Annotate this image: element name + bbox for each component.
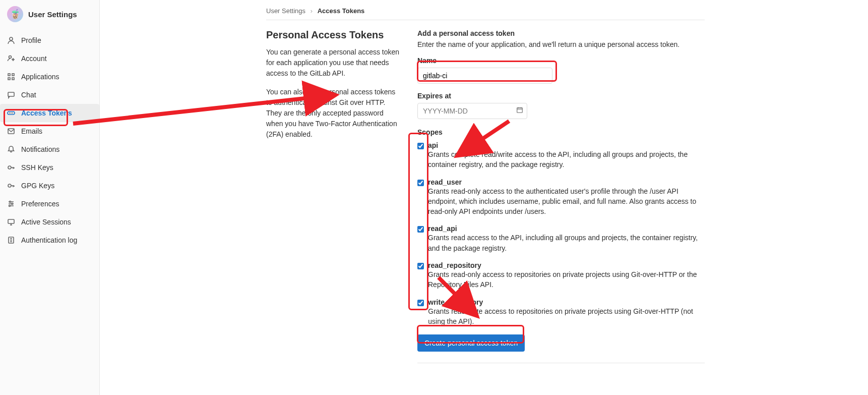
create-token-button[interactable]: Create personal access token: [417, 334, 525, 352]
svg-point-17: [9, 205, 11, 207]
scope-desc: Grants read-only access to repositories …: [428, 269, 705, 290]
svg-point-1: [9, 56, 12, 59]
name-label: Name: [417, 57, 705, 65]
svg-point-10: [11, 112, 12, 114]
sidebar-item-active-sessions[interactable]: Active Sessions: [0, 213, 99, 231]
svg-point-13: [8, 166, 11, 169]
scope-read_user-checkbox[interactable]: [417, 179, 424, 187]
applications-icon: [7, 73, 15, 81]
divider: [417, 363, 705, 363]
scope-read_api-checkbox[interactable]: [417, 225, 424, 233]
svg-rect-7: [8, 92, 14, 96]
calendar-icon[interactable]: [516, 106, 523, 115]
sidebar-item-label: GPG Keys: [21, 182, 54, 190]
scope-read_repository-checkbox[interactable]: [417, 262, 424, 270]
profile-icon: [7, 36, 15, 44]
chat-icon: [7, 91, 15, 99]
svg-rect-18: [8, 219, 14, 223]
scope-label: write_repository: [428, 298, 705, 306]
breadcrumb-parent[interactable]: User Settings: [266, 7, 305, 15]
sidebar-item-chat[interactable]: Chat: [0, 86, 99, 104]
form-subheading: Enter the name of your application, and …: [417, 40, 705, 48]
sidebar-item-emails[interactable]: Emails: [0, 122, 99, 140]
svg-point-0: [10, 37, 13, 40]
scope-api: apiGrants complete read/write access to …: [417, 141, 705, 170]
divider: [266, 20, 705, 20]
scope-desc: Grants read-only access to the authentic…: [428, 186, 705, 217]
breadcrumb: User Settings › Access Tokens: [266, 7, 705, 15]
intro-paragraph-2: You can also use personal access tokens …: [266, 87, 402, 140]
scope-read_user: read_userGrants read-only access to the …: [417, 178, 705, 217]
intro-column: Personal Access Tokens You can generate …: [266, 29, 402, 372]
scope-desc: Grants read access to the API, including…: [428, 233, 705, 253]
sidebar-item-applications[interactable]: Applications: [0, 68, 99, 86]
svg-point-11: [12, 112, 13, 114]
scope-label: read_repository: [428, 261, 705, 269]
scope-label: read_api: [428, 224, 705, 233]
sidebar-item-notifications[interactable]: Notifications: [0, 140, 99, 158]
scope-label: api: [428, 141, 705, 149]
sidebar: 🧋 User Settings ProfileAccountApplicatio…: [0, 0, 100, 395]
svg-point-9: [9, 112, 10, 114]
scope-read_repository: read_repositoryGrants read-only access t…: [417, 261, 705, 290]
sidebar-item-account[interactable]: Account: [0, 49, 99, 68]
scope-read_api: read_apiGrants read access to the API, i…: [417, 224, 705, 253]
sidebar-nav: ProfileAccountApplicationsChatAccess Tok…: [0, 28, 99, 249]
sidebar-item-label: Chat: [21, 91, 36, 99]
sidebar-item-authentication-log[interactable]: Authentication log: [0, 231, 99, 249]
form-column: Add a personal access token Enter the na…: [417, 29, 705, 372]
scopes-list: apiGrants complete read/write access to …: [417, 141, 705, 326]
scope-write_repository: write_repositoryGrants read-write access…: [417, 298, 705, 327]
scope-api-checkbox[interactable]: [417, 142, 424, 150]
sidebar-header: 🧋 User Settings: [0, 0, 99, 28]
log-icon: [7, 236, 15, 244]
sidebar-item-label: Authentication log: [21, 236, 77, 244]
scope-label: read_user: [428, 178, 705, 186]
sidebar-item-preferences[interactable]: Preferences: [0, 195, 99, 213]
notif-icon: [7, 145, 15, 153]
prefs-icon: [7, 200, 15, 208]
key-icon: [7, 182, 15, 190]
email-icon: [7, 127, 15, 135]
form-heading: Add a personal access token: [417, 29, 705, 37]
svg-rect-3: [8, 74, 10, 76]
svg-rect-6: [12, 78, 14, 80]
scope-desc: Grants complete read/write access to the…: [428, 149, 705, 170]
content: User Settings › Access Tokens Personal A…: [100, 0, 868, 395]
svg-rect-5: [8, 78, 10, 80]
svg-rect-4: [12, 74, 14, 76]
key-icon: [7, 163, 15, 172]
sidebar-item-label: Active Sessions: [21, 218, 71, 226]
svg-point-16: [12, 203, 13, 205]
intro-paragraph-1: You can generate a personal access token…: [266, 47, 402, 79]
token-icon: [7, 109, 15, 117]
svg-rect-23: [517, 108, 523, 113]
scopes-label: Scopes: [417, 128, 705, 136]
breadcrumb-current: Access Tokens: [318, 7, 365, 15]
sidebar-item-label: Profile: [21, 36, 41, 44]
sidebar-item-access-tokens[interactable]: Access Tokens: [0, 104, 99, 122]
name-input[interactable]: [417, 68, 552, 84]
scope-desc: Grants read-write access to repositories…: [428, 306, 705, 327]
monitor-icon: [7, 218, 15, 226]
chevron-right-icon: ›: [311, 7, 313, 15]
expires-label: Expires at: [417, 92, 705, 100]
sidebar-item-gpg-keys[interactable]: GPG Keys: [0, 177, 99, 195]
sidebar-item-label: Account: [21, 54, 47, 63]
svg-point-2: [12, 59, 14, 61]
sidebar-item-label: Applications: [21, 73, 59, 81]
sidebar-item-label: SSH Keys: [21, 163, 53, 172]
expires-input[interactable]: [417, 103, 527, 119]
sidebar-item-label: Emails: [21, 127, 42, 135]
sidebar-item-label: Notifications: [21, 145, 59, 153]
svg-point-14: [8, 184, 11, 187]
sidebar-item-ssh-keys[interactable]: SSH Keys: [0, 158, 99, 177]
sidebar-item-profile[interactable]: Profile: [0, 31, 99, 49]
sidebar-item-label: Preferences: [21, 200, 59, 208]
sidebar-title: User Settings: [28, 10, 77, 19]
svg-point-15: [10, 201, 11, 203]
page-title: Personal Access Tokens: [266, 29, 402, 41]
sidebar-item-label: Access Tokens: [21, 109, 72, 117]
avatar: 🧋: [7, 6, 23, 22]
scope-write_repository-checkbox[interactable]: [417, 299, 424, 307]
